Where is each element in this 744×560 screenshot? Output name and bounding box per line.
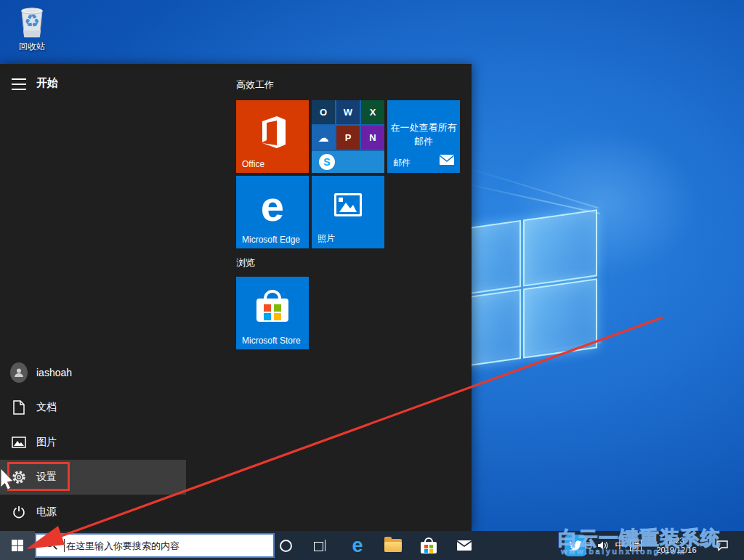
ime-mode-badge: 拼 (630, 540, 642, 551)
edge-icon: e (236, 182, 309, 230)
onenote-icon: N (361, 126, 384, 150)
skype-icon: S (319, 154, 335, 170)
mail-tile-message: 在一处查看所有邮件 (390, 121, 457, 148)
start-button[interactable] (0, 531, 35, 560)
show-hidden-icons-button[interactable] (583, 531, 594, 560)
store-bag-icon (421, 537, 437, 553)
volume-tray-button[interactable] (596, 531, 610, 560)
windows-logo-pane (523, 278, 597, 358)
task-view-button[interactable] (304, 531, 336, 560)
text-caret (64, 539, 65, 552)
speaker-icon (597, 540, 609, 551)
hidden-icons-icon (586, 543, 591, 548)
onedrive-icon: ☁ (312, 126, 335, 150)
ime-mode-indicator[interactable]: 拼 (628, 531, 644, 560)
sidebar-item-label: iashoah (36, 367, 72, 378)
skype-band: S (312, 151, 384, 173)
tile-group-header-productivity: 高效工作 (236, 78, 274, 92)
tile-office-suite-folder[interactable]: O W X ☁ P N S (312, 100, 384, 173)
user-avatar-icon (10, 362, 28, 383)
start-menu: 开始 高效工作 Office O W X ☁ P N S (0, 64, 472, 531)
sidebar-item-label: 设置 (36, 471, 57, 484)
suite-mini-tiles: O W X ☁ P N (312, 100, 384, 150)
photos-icon (334, 193, 362, 219)
tile-label: 邮件 (393, 157, 411, 169)
tile-label: 照片 (318, 232, 335, 245)
recycle-bin-icon: ♻ (16, 4, 48, 39)
picture-icon (10, 434, 28, 451)
menu-hamburger-icon[interactable] (12, 78, 26, 90)
search-icon (46, 540, 57, 551)
sidebar-item-user[interactable]: iashoah (0, 355, 186, 390)
powerpoint-icon: P (336, 126, 360, 150)
desktop: ♻ 回收站 开始 高效工作 Office O W X ☁ P N (0, 0, 744, 560)
sidebar-item-label: 文档 (36, 401, 57, 414)
power-icon (10, 503, 28, 521)
gear-icon (10, 468, 28, 486)
edge-taskbar-button[interactable]: e (341, 531, 373, 560)
edge-icon: e (352, 531, 363, 560)
taskbar-clock[interactable]: 2:23 2019/12/16 (649, 531, 704, 560)
cortana-icon (280, 540, 292, 552)
action-center-button[interactable] (712, 531, 732, 560)
windows-logo-icon (12, 540, 23, 551)
clock-date: 2019/12/16 (656, 545, 696, 555)
word-icon: W (336, 100, 360, 124)
sidebar-item-power[interactable]: 电源 (0, 495, 186, 529)
sidebar-item-label: 电源 (36, 506, 57, 519)
document-icon (10, 399, 28, 416)
recycle-bin-shortcut[interactable]: ♻ 回收站 (9, 4, 55, 53)
recycle-symbol: ♻ (16, 11, 48, 31)
sidebar-item-pictures[interactable]: 图片 (0, 425, 186, 460)
folder-icon (384, 539, 402, 552)
sidebar-item-label: 图片 (36, 436, 57, 449)
excel-icon: X (361, 100, 384, 124)
cortana-button[interactable] (270, 531, 302, 560)
tile-label: Microsoft Edge (242, 235, 300, 245)
office-icon (256, 115, 288, 153)
tile-label: Office (242, 159, 264, 169)
windows-logo-pane (523, 209, 597, 286)
taskbar-search-box[interactable] (35, 533, 275, 558)
tile-group-header-browse: 浏览 (236, 256, 255, 269)
mail-icon (456, 540, 472, 551)
outlook-icon: O (312, 100, 335, 124)
sidebar-item-settings[interactable]: 设置 (0, 460, 186, 495)
tile-office[interactable]: Office (236, 100, 309, 173)
store-bag-icon (256, 290, 272, 306)
search-input[interactable] (66, 540, 273, 551)
clock-time: 2:23 (668, 536, 684, 545)
store-taskbar-button[interactable] (413, 531, 445, 560)
taskbar: e 中 (0, 531, 744, 560)
tile-microsoft-store[interactable]: Microsoft Store (236, 277, 309, 349)
mail-taskbar-button[interactable] (448, 531, 480, 560)
notification-bubble-icon (716, 540, 729, 551)
file-explorer-button[interactable] (377, 531, 409, 560)
tile-label: Microsoft Store (242, 336, 301, 346)
tile-microsoft-edge[interactable]: e Microsoft Edge (236, 176, 309, 248)
tile-mail[interactable]: 在一处查看所有邮件 邮件 (387, 100, 460, 173)
windows-wallpaper-logo (456, 209, 599, 370)
recycle-bin-label: 回收站 (9, 41, 55, 53)
mail-envelope-icon (440, 155, 454, 168)
ime-language-indicator[interactable]: 中 (613, 531, 626, 560)
start-menu-title: 开始 (36, 76, 58, 90)
sidebar-item-documents[interactable]: 文档 (0, 390, 186, 425)
tile-photos[interactable]: 照片 (312, 176, 384, 248)
task-view-icon (314, 540, 327, 551)
